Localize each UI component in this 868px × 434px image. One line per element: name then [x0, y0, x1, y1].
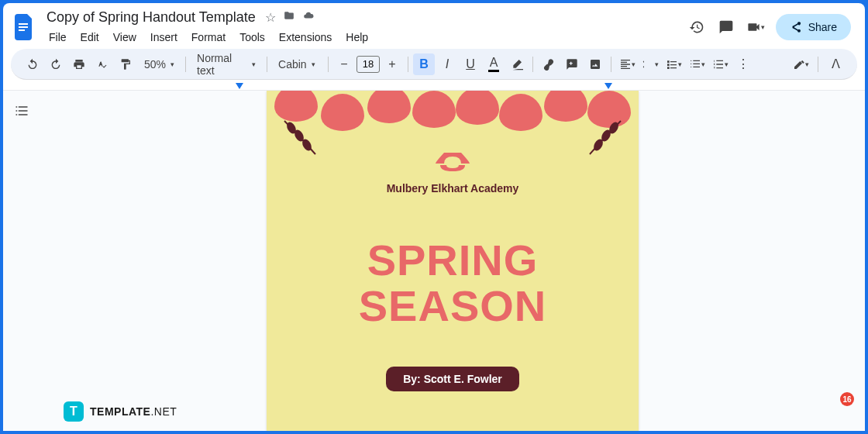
comments-icon[interactable]	[717, 18, 735, 36]
menu-help[interactable]: Help	[340, 29, 374, 46]
separator	[267, 57, 267, 72]
redo-button[interactable]	[45, 53, 67, 75]
add-comment-button[interactable]	[561, 53, 583, 75]
font-increase-button[interactable]: +	[381, 53, 403, 75]
print-button[interactable]	[68, 53, 90, 75]
meet-icon[interactable]: ▾	[746, 18, 765, 36]
document-title[interactable]: Copy of Spring Handout Template	[43, 8, 259, 27]
line-spacing-button[interactable]: ▾	[639, 53, 661, 75]
bulleted-list-button[interactable]: ▾	[686, 53, 708, 75]
docs-logo-icon[interactable]	[12, 12, 37, 43]
collapse-toolbar-button[interactable]: ᐱ	[825, 53, 846, 75]
ruler-left-indent-icon[interactable]	[236, 83, 243, 89]
checklist-button[interactable]: ▾	[663, 53, 684, 75]
history-icon[interactable]	[687, 18, 706, 36]
outline-toggle-button[interactable]	[11, 100, 33, 122]
menu-tools[interactable]: Tools	[234, 29, 270, 46]
underline-button[interactable]: U	[460, 53, 481, 75]
italic-button[interactable]: I	[436, 53, 458, 75]
byline: By: Scott E. Fowler	[386, 367, 519, 391]
more-button[interactable]: ⋮	[732, 53, 754, 75]
menu-format[interactable]: Format	[186, 29, 231, 46]
zoom-dropdown[interactable]: 50%▾	[138, 55, 181, 74]
menu-insert[interactable]: Insert	[145, 29, 183, 46]
highlight-button[interactable]	[506, 53, 528, 75]
separator	[328, 57, 329, 72]
academy-name: Mulbery Elkhart Academy	[267, 182, 639, 195]
spellcheck-button[interactable]	[91, 53, 113, 75]
document-page[interactable]: Mulbery Elkhart Academy SPRING SEASON By…	[267, 91, 639, 431]
ruler[interactable]	[3, 80, 865, 91]
decorative-flowers	[267, 91, 639, 160]
share-label: Share	[808, 21, 837, 33]
separator	[408, 57, 408, 72]
menu-extensions[interactable]: Extensions	[274, 29, 337, 46]
toolbar: 50%▾ Normal text▾ Cabin▾ − 18 + B I U A …	[11, 49, 857, 80]
font-size-input[interactable]: 18	[356, 56, 380, 73]
share-button[interactable]: Share	[776, 14, 851, 40]
menu-file[interactable]: File	[43, 29, 72, 46]
align-button[interactable]: ▾	[616, 53, 638, 75]
star-icon[interactable]: ☆	[265, 10, 276, 25]
separator	[611, 57, 611, 72]
notification-badge[interactable]: 16	[840, 392, 854, 406]
menu-edit[interactable]: Edit	[75, 29, 105, 46]
link-button[interactable]	[538, 53, 560, 75]
ruler-right-indent-icon[interactable]	[604, 83, 612, 89]
font-decrease-button[interactable]: −	[333, 53, 355, 75]
editing-mode-button[interactable]: ▾	[790, 53, 811, 75]
undo-button[interactable]	[22, 53, 43, 75]
bold-button[interactable]: B	[413, 53, 435, 75]
template-logo-icon: T	[64, 401, 84, 422]
menu-view[interactable]: View	[108, 29, 142, 46]
separator	[532, 57, 533, 72]
document-title: SPRING SEASON	[267, 238, 639, 329]
text-color-button[interactable]: A	[483, 53, 505, 75]
style-dropdown[interactable]: Normal text▾	[191, 49, 262, 80]
separator	[185, 57, 186, 72]
font-dropdown[interactable]: Cabin▾	[272, 55, 323, 74]
cloud-status-icon[interactable]	[302, 10, 315, 25]
move-icon[interactable]	[284, 10, 294, 25]
paint-format-button[interactable]	[115, 53, 136, 75]
separator	[818, 57, 818, 72]
numbered-list-button[interactable]: ▾	[709, 53, 731, 75]
insert-image-button[interactable]	[584, 53, 606, 75]
watermark: T TEMPLATE.NET	[64, 401, 177, 422]
